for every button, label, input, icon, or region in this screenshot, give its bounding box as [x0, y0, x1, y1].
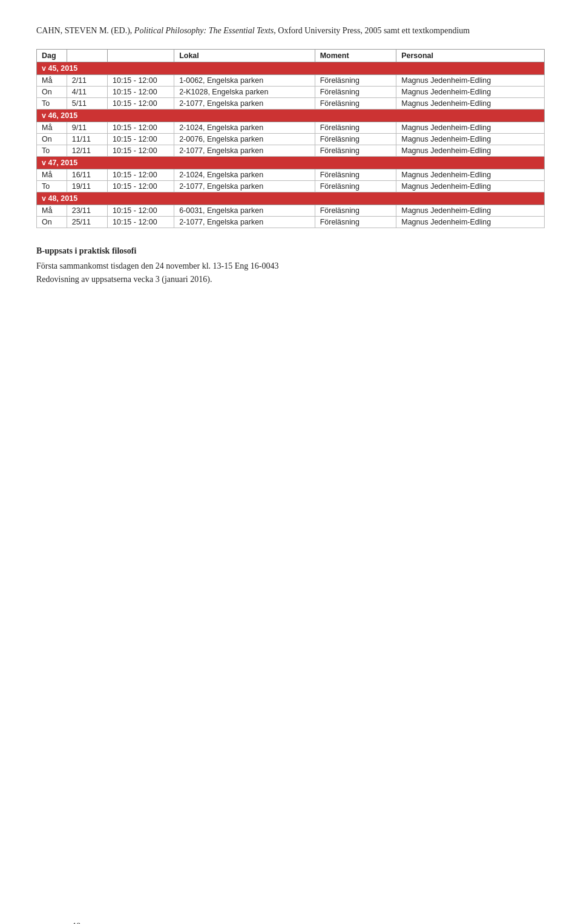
page-wrapper: CAHN, STEVEN M. (ED.), Political Philoso… — [36, 24, 545, 924]
table-row: Må2/1110:15 - 12:001-0062, Engelska park… — [37, 75, 545, 87]
b-uppsats-heading: B-uppsats i praktisk filosofi — [36, 246, 545, 256]
table-row: To19/1110:15 - 12:002-1077, Engelska par… — [37, 181, 545, 192]
col-header-tid — [108, 50, 174, 62]
col-header-personal: Personal — [396, 50, 545, 62]
col-header-moment: Moment — [315, 50, 396, 62]
table-row: On11/1110:15 - 12:002-0076, Engelska par… — [37, 134, 545, 145]
week-title-row: v 46, 2015 — [37, 110, 545, 122]
col-header-datum — [67, 50, 107, 62]
schedule-table: Dag Lokal Moment Personal v 45, 2015Må2/… — [36, 49, 545, 228]
week-title-row: v 47, 2015 — [37, 157, 545, 169]
week-title-row: v 48, 2015 — [37, 192, 545, 205]
table-row: Må9/1110:15 - 12:002-1024, Engelska park… — [37, 122, 545, 134]
table-row: On4/1110:15 - 12:002-K1028, Engelska par… — [37, 87, 545, 98]
week-title-row: v 45, 2015 — [37, 62, 545, 75]
col-header-lokal: Lokal — [174, 50, 315, 62]
table-row: Må23/1110:15 - 12:006-0031, Engelska par… — [37, 205, 545, 217]
table-row: Må16/1110:15 - 12:002-1024, Engelska par… — [37, 169, 545, 181]
b-uppsats-line1: Första sammankomst tisdagen den 24 novem… — [36, 260, 545, 273]
col-header-dag: Dag — [37, 50, 67, 62]
page-number: 10 — [73, 920, 80, 924]
table-row: On25/1110:15 - 12:002-1077, Engelska par… — [37, 217, 545, 228]
table-row: To12/1110:15 - 12:002-1077, Engelska par… — [37, 145, 545, 157]
b-uppsats-line2: Redovisning av uppsatserna vecka 3 (janu… — [36, 273, 545, 286]
table-row: To5/1110:15 - 12:002-1077, Engelska park… — [37, 98, 545, 110]
intro-text: CAHN, STEVEN M. (ED.), Political Philoso… — [36, 24, 545, 37]
